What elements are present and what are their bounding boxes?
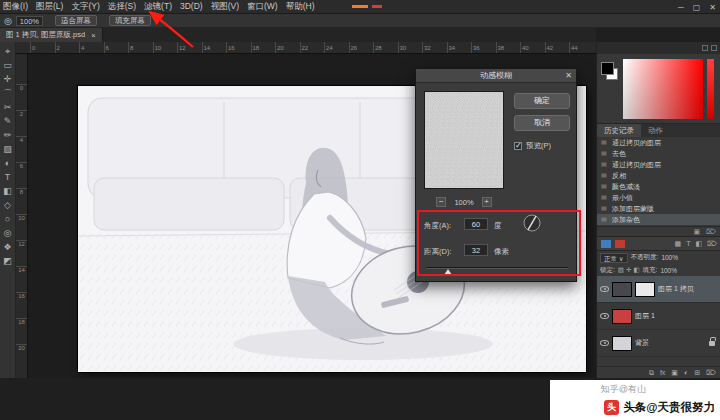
strip-icon[interactable]: ◧ [695, 240, 702, 248]
layers-footer-icon[interactable]: ⌦ [706, 369, 716, 377]
window-control-button[interactable]: ─ [678, 3, 684, 12]
strip-icon[interactable]: T [686, 240, 690, 248]
tool-icon[interactable]: ✏ [4, 131, 12, 140]
dock-menu-icon[interactable] [711, 45, 717, 51]
zoom-out-button[interactable]: − [436, 197, 446, 207]
layer-row-layer1[interactable]: 图层 1 [597, 303, 720, 330]
history-step[interactable]: 最小值 [597, 192, 720, 203]
history-step[interactable]: 颜色减淡 [597, 181, 720, 192]
ok-button[interactable]: 确定 [514, 93, 570, 109]
history-footer-icon[interactable]: ⌦ [706, 227, 716, 236]
visibility-eye-icon[interactable] [600, 286, 609, 292]
slider-thumb[interactable] [444, 269, 452, 275]
history-step[interactable]: 添加图层蒙版 [597, 203, 720, 214]
layers-footer-icon[interactable]: fx [660, 369, 665, 376]
tool-icon[interactable]: ○ [5, 215, 10, 224]
menu-item[interactable]: 选择(S) [107, 1, 137, 13]
zoom-in-button[interactable]: + [482, 197, 492, 207]
lock-option-icon[interactable]: ◧ [633, 266, 639, 274]
menu-item[interactable]: 视图(V) [210, 1, 240, 13]
layer-name[interactable]: 图层 1 拷贝 [658, 284, 694, 294]
visibility-eye-icon[interactable] [600, 313, 609, 319]
menu-item[interactable]: 帮助(H) [285, 1, 316, 13]
ruler-number: 44 [569, 42, 594, 53]
blur-preview-thumbnail[interactable] [424, 91, 504, 189]
tool-icon[interactable]: ⌒ [3, 89, 12, 98]
tool-icon[interactable]: ▨ [3, 145, 12, 154]
dialog-title-bar[interactable]: 动感模糊 ✕ [416, 69, 576, 83]
tool-icon[interactable]: ◐ [5, 159, 10, 168]
history-step[interactable]: 通过拷贝的图层 [597, 159, 720, 170]
layer-thumbnail[interactable] [612, 309, 632, 324]
lock-option-icon[interactable]: ▨ [618, 266, 624, 274]
history-step[interactable]: 去色 [597, 148, 720, 159]
tool-icon[interactable]: ✛ [4, 75, 12, 84]
paths-chip-icon[interactable] [615, 240, 625, 248]
lock-option-icon[interactable]: ✛ [626, 266, 631, 274]
distance-slider[interactable] [426, 267, 568, 275]
layer-thumbnail[interactable] [612, 336, 632, 351]
cancel-button[interactable]: 取消 [514, 115, 570, 131]
hue-slider[interactable] [707, 59, 714, 119]
menu-item[interactable]: 滤镜(T) [143, 1, 173, 13]
channels-chip-icon[interactable] [601, 240, 611, 248]
tool-icon[interactable]: ◎ [4, 229, 12, 238]
history-footer-icon[interactable]: ▣ [693, 227, 700, 236]
tool-icon[interactable]: ✂ [4, 103, 12, 112]
opacity-value[interactable]: 100% [661, 254, 678, 261]
tool-icon[interactable]: T [5, 173, 11, 182]
blend-mode-dropdown[interactable]: 正常 ∨ [600, 253, 628, 263]
foreground-color-chip[interactable] [601, 62, 614, 75]
dialog-close-icon[interactable]: ✕ [565, 69, 572, 83]
layer-row-layer1-copy[interactable]: 图层 1 拷贝 [597, 276, 720, 303]
distance-input[interactable]: 32 [464, 244, 488, 256]
chevron-down-icon: ∨ [619, 255, 624, 262]
tool-icon[interactable]: ✎ [4, 117, 12, 126]
strip-icon[interactable]: ⌦ [707, 240, 717, 248]
tab-close-icon[interactable]: × [91, 31, 95, 40]
ruler-number: 32 [422, 42, 447, 53]
tab-history[interactable]: 历史记录 [597, 124, 641, 137]
layer-row-background[interactable]: 背景 [597, 330, 720, 357]
history-step[interactable]: 反相 [597, 170, 720, 181]
layers-footer-icon[interactable]: ▣ [671, 369, 678, 377]
layer-thumbnail[interactable] [612, 282, 632, 297]
menu-item[interactable]: 图像(I) [2, 1, 29, 13]
menu-item[interactable]: 文字(Y) [70, 1, 100, 13]
tool-icon[interactable]: ▭ [3, 61, 12, 70]
window-control-button[interactable]: ✕ [709, 3, 716, 12]
preview-checkbox-row[interactable]: 预览(P) [514, 141, 551, 151]
fill-screen-button[interactable]: 填充屏幕 [109, 15, 151, 26]
layers-footer-icon[interactable]: ⧉ [649, 369, 654, 377]
zoom-value-input[interactable]: 100% [16, 16, 43, 26]
menu-item[interactable]: 图层(L) [35, 1, 64, 13]
angle-input[interactable]: 60 [464, 218, 488, 230]
layer-name[interactable]: 图层 1 [635, 311, 655, 321]
color-saturation-field[interactable] [623, 59, 703, 119]
document-tab[interactable]: 图 1 拷贝, 图层原版.psd × [0, 28, 103, 42]
layer-name[interactable]: 背景 [635, 338, 649, 348]
tool-icon[interactable]: ❖ [3, 243, 11, 252]
window-control-button[interactable]: ▢ [693, 3, 701, 12]
layer-mask-thumbnail[interactable] [635, 282, 655, 297]
history-step[interactable]: 通过拷贝的图层 [597, 137, 720, 148]
tool-icon[interactable]: ⌖ [5, 47, 10, 56]
blend-mode-row: 正常 ∨ 不透明度: 100% [597, 251, 720, 264]
layers-footer-icon[interactable]: ⊞ [694, 369, 700, 377]
tool-icon[interactable]: ◧ [3, 187, 12, 196]
tool-icon[interactable]: ◩ [3, 257, 12, 266]
fit-screen-button[interactable]: 适合屏幕 [55, 15, 97, 26]
dock-collapse-icon[interactable] [702, 45, 708, 51]
angle-dial[interactable] [522, 213, 542, 233]
menu-item[interactable]: 窗口(W) [246, 1, 279, 13]
tool-icon[interactable]: ◇ [4, 201, 11, 210]
history-step[interactable]: 添加杂色 [597, 214, 720, 225]
tab-actions[interactable]: 动作 [641, 124, 670, 137]
visibility-eye-icon[interactable] [600, 340, 609, 346]
menu-item[interactable]: 3D(D) [179, 1, 204, 13]
layers-footer-icon[interactable]: ◐ [684, 369, 688, 376]
strip-icon[interactable]: ▦ [675, 240, 682, 248]
toutiao-logo-icon: 头 [604, 400, 619, 415]
checkbox-checked-icon[interactable] [514, 142, 522, 150]
fill-value[interactable]: 100% [660, 267, 677, 274]
